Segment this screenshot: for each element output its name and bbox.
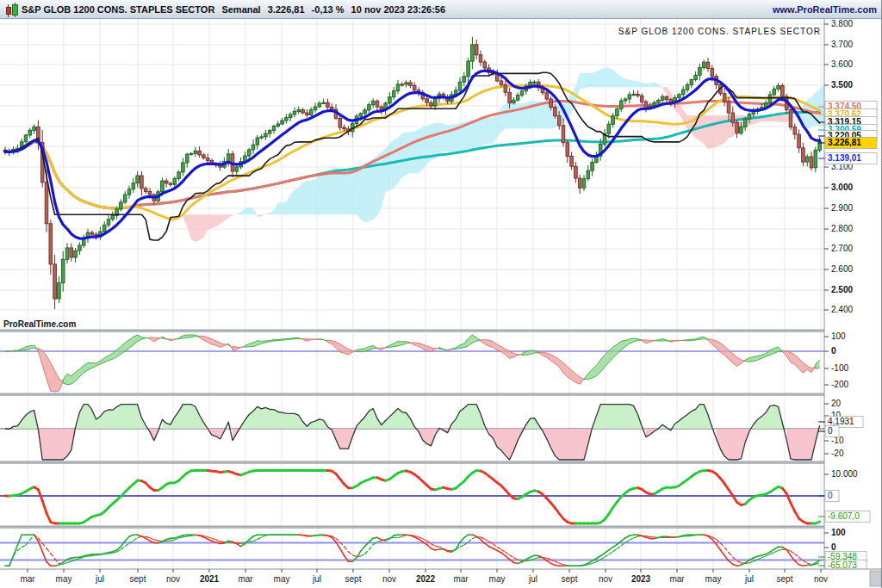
value-tag: -9.607,0	[818, 511, 870, 523]
svg-text:sept: sept	[777, 574, 793, 584]
watermark: S&P GLOB 1200 CONS. STAPLES SECTOR	[618, 27, 821, 36]
svg-text:jul: jul	[528, 574, 537, 584]
green-candle-glyph	[12, 4, 18, 15]
svg-text:nov: nov	[382, 574, 396, 584]
svg-text:3.700: 3.700	[831, 40, 853, 49]
timeframe-label: Semanal	[221, 4, 260, 15]
svg-text:2.500: 2.500	[831, 285, 853, 294]
title-bar: S&P GLOB 1200 CONS. STAPLES SECTOR Seman…	[0, 0, 882, 19]
svg-text:3.226,81: 3.226,81	[828, 138, 861, 147]
svg-text:-20: -20	[831, 449, 844, 458]
change-percent: -0,13 %	[312, 4, 345, 15]
svg-text:100: 100	[831, 331, 846, 341]
svg-text:jul: jul	[95, 574, 104, 584]
price-level-tags: 3.374,50 3.370,62 3.319,15 3.300,59 3.22…	[818, 102, 877, 164]
svg-text:2.400: 2.400	[831, 305, 853, 314]
svg-text:2.600: 2.600	[831, 264, 853, 274]
value-tag: 3.139,01	[818, 153, 877, 164]
time-axis[interactable]: marmayjulseptnov2021marmayjulseptnov2022…	[0, 569, 882, 588]
instrument-name: S&P GLOB 1200 CONS. STAPLES SECTOR	[22, 4, 214, 15]
svg-text:jul: jul	[312, 574, 321, 584]
svg-text:may: may	[56, 574, 72, 584]
svg-text:may: may	[705, 574, 722, 584]
svg-text:sept: sept	[345, 574, 362, 584]
last-price: 3.226,81	[268, 4, 305, 15]
svg-text:3.000: 3.000	[831, 183, 853, 192]
svg-text:3.800: 3.800	[831, 19, 853, 28]
svg-text:10.000: 10.000	[831, 469, 858, 479]
svg-text:mar: mar	[669, 574, 685, 584]
svg-text:4,1931: 4,1931	[828, 417, 854, 426]
svg-text:2021: 2021	[200, 574, 220, 584]
chart-canvas[interactable]: 3.8003.7003.6003.5003.1003.0002.9002.800…	[0, 0, 882, 588]
svg-text:sept: sept	[130, 574, 146, 584]
svg-text:nov: nov	[814, 574, 828, 584]
instrument-header: S&P GLOB 1200 CONS. STAPLES SECTOR Seman…	[22, 4, 450, 15]
prorealtime-link[interactable]: www.ProRealTime.com	[773, 4, 877, 15]
svg-text:mar: mar	[20, 574, 35, 584]
svg-text:-100: -100	[831, 363, 848, 373]
quote-datetime: 10 nov 2023 23:26:56	[351, 4, 445, 15]
svg-text:100: 100	[831, 528, 846, 537]
brand-label: ProRealTime.com	[3, 319, 76, 329]
svg-text:2.900: 2.900	[831, 203, 853, 213]
svg-text:nov: nov	[599, 574, 612, 584]
svg-text:3.600: 3.600	[831, 59, 853, 69]
svg-text:20: 20	[831, 399, 842, 408]
svg-text:0: 0	[828, 426, 833, 436]
svg-text:-9.607,0: -9.607,0	[828, 511, 860, 521]
svg-text:3.139,01: 3.139,01	[828, 153, 861, 163]
svg-text:may: may	[489, 574, 506, 584]
axis-corner-button	[870, 571, 881, 586]
svg-text:sept: sept	[562, 574, 578, 584]
svg-text:nov: nov	[166, 574, 180, 584]
svg-text:mar: mar	[453, 574, 469, 584]
svg-text:2.700: 2.700	[831, 244, 853, 253]
svg-text:mar: mar	[238, 574, 253, 584]
value-tag: 3.226,81	[818, 138, 877, 149]
svg-text:2022: 2022	[416, 574, 436, 584]
svg-text:0: 0	[831, 542, 836, 552]
candlestick-icon	[5, 3, 17, 16]
svg-text:2.800: 2.800	[831, 224, 853, 233]
svg-text:0: 0	[831, 346, 836, 356]
svg-text:jul: jul	[744, 574, 754, 584]
svg-text:0: 0	[828, 491, 833, 500]
red-candle-glyph	[6, 7, 11, 15]
svg-text:may: may	[274, 574, 290, 584]
svg-text:3.500: 3.500	[831, 80, 853, 90]
svg-text:-200: -200	[831, 380, 848, 389]
svg-text:2023: 2023	[631, 574, 651, 584]
prorealtime-chart-window: S&P GLOB 1200 CONS. STAPLES SECTOR Seman…	[0, 0, 882, 588]
